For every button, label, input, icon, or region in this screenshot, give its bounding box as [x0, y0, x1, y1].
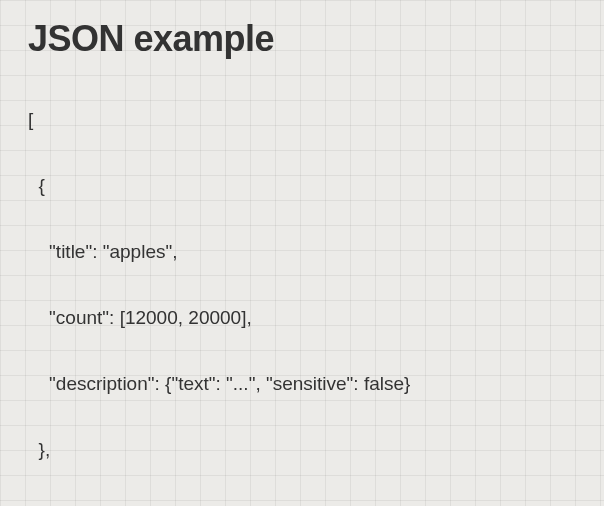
- code-line: },: [28, 433, 576, 466]
- code-line: [: [28, 103, 576, 136]
- code-line: "description": {"text": "...", "sensitiv…: [28, 367, 576, 400]
- document-heading: JSON example: [28, 18, 576, 60]
- code-line: {: [28, 169, 576, 202]
- code-line: "count": [12000, 20000],: [28, 301, 576, 334]
- code-example: [ { "title": "apples", "count": [12000, …: [28, 70, 576, 506]
- code-line: {: [28, 499, 576, 506]
- code-line: "title": "apples",: [28, 235, 576, 268]
